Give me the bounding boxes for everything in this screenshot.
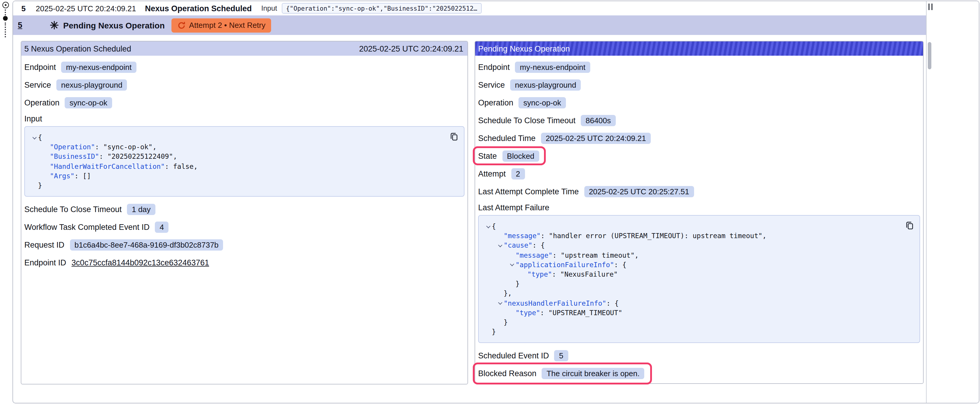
- code-text: {: [492, 222, 496, 231]
- detail-panels-area: 5 Nexus Operation Scheduled 2025-02-25 U…: [13, 35, 979, 385]
- pending-event-id-link[interactable]: 5: [18, 21, 22, 30]
- field-row-operation: Operation sync-op-ok: [478, 93, 920, 111]
- field-value-badge: 1 day: [127, 203, 156, 215]
- pending-operation-body: Endpoint my-nexus-endpoint Service nexus…: [475, 56, 923, 383]
- field-row-schedule-to-close-timeout: Schedule To Close Timeout 86400s: [478, 111, 920, 129]
- field-row-state: State Blocked: [478, 147, 920, 165]
- endpoint-id-link[interactable]: 3c0c75ccfa8144b092c13ce632463761: [72, 258, 209, 267]
- code-line: "nexusHandlerFailureInfo": {: [484, 298, 902, 308]
- field-value-badge: 2: [511, 168, 525, 179]
- field-row-workflow-task-completed-event-id: Workflow Task Completed Event ID 4: [24, 218, 465, 236]
- collapse-chevron-icon[interactable]: [484, 222, 492, 231]
- pending-row-title: Pending Nexus Operation: [63, 21, 165, 30]
- field-label: Scheduled Event ID: [478, 351, 549, 360]
- field-value-badge: my-nexus-endpoint: [515, 61, 590, 73]
- event-detail-header: 5 Nexus Operation Scheduled 2025-02-25 U…: [21, 41, 468, 56]
- copy-button[interactable]: [904, 220, 915, 230]
- field-value-badge: b1c6a4bc-8ee7-468a-9169-df3b02c8737b: [70, 239, 223, 250]
- collapse-chevron-icon[interactable]: [507, 260, 515, 269]
- failure-section-label-row: Last Attempt Failure: [478, 200, 920, 215]
- code-text: "cause": {: [504, 241, 545, 250]
- event-row-nexus-operation-scheduled[interactable]: 5 2025-02-25 UTC 20:24:09.21 Nexus Opera…: [13, 1, 979, 16]
- field-label: Workflow Task Completed Event ID: [24, 222, 150, 231]
- field-row-scheduled-event-id: Scheduled Event ID 5: [478, 347, 920, 364]
- field-row-service: Service nexus-playground: [478, 76, 920, 93]
- event-detail-header-timestamp: 2025-02-25 UTC 20:24:09.21: [359, 44, 463, 53]
- copy-icon: [449, 132, 458, 141]
- code-line: "applicationFailureInfo": {: [484, 260, 902, 269]
- code-line: "message": "handler error (UPSTREAM_TIME…: [484, 231, 902, 241]
- code-text: }: [38, 181, 42, 190]
- code-line: }: [30, 181, 446, 190]
- chevron-spacer: [41, 171, 50, 181]
- collapse-chevron-icon[interactable]: [30, 133, 38, 142]
- chevron-spacer: [495, 317, 504, 327]
- field-label: Endpoint ID: [24, 258, 66, 267]
- code-line: "message": "upstream timeout",: [484, 250, 902, 260]
- chevron-spacer: [495, 231, 504, 241]
- failure-section-label: Last Attempt Failure: [478, 203, 549, 212]
- field-value-badge: sync-op-ok: [65, 97, 112, 108]
- field-row-last-attempt-complete-time: Last Attempt Complete Time 2025-02-25 UT…: [478, 182, 920, 200]
- refresh-icon: [177, 21, 185, 29]
- collapse-chevron-icon[interactable]: [495, 241, 504, 250]
- code-text: "type": "UPSTREAM_TIMEOUT": [515, 308, 622, 317]
- input-section-label-row: Input: [24, 111, 465, 126]
- field-value-badge: nexus-playground: [510, 79, 581, 90]
- failure-json-content: {"message": "handler error (UPSTREAM_TIM…: [484, 222, 902, 337]
- chevron-spacer: [30, 181, 38, 190]
- field-label: Scheduled Time: [478, 133, 536, 143]
- field-label: Operation: [24, 98, 60, 107]
- chevron-spacer: [507, 279, 515, 288]
- field-value-badge: sync-op-ok: [519, 97, 566, 108]
- temporal-event-history-screen: 5 2025-02-25 UTC 20:24:09.21 Nexus Opera…: [0, 0, 980, 404]
- code-text: {: [38, 133, 42, 142]
- scrollbar-thumb[interactable]: [928, 42, 931, 69]
- code-line: "Operation": "sync-op-ok",: [30, 142, 446, 152]
- copy-icon: [905, 221, 914, 230]
- pending-asterisk-icon: [49, 21, 59, 30]
- timeline-connector: [5, 10, 6, 16]
- copy-button[interactable]: [449, 131, 459, 142]
- field-label: Service: [478, 80, 505, 89]
- code-text: "nexusHandlerFailureInfo": {: [504, 298, 619, 308]
- blocked-reason-badge: The circuit breaker is open.: [542, 368, 644, 379]
- field-label: Attempt: [478, 169, 506, 178]
- timeline-node-icon: [2, 2, 9, 8]
- code-line: },: [484, 289, 902, 298]
- state-badge: Blocked: [502, 150, 539, 162]
- field-label: Schedule To Close Timeout: [24, 205, 122, 214]
- field-value-badge: 4: [155, 221, 169, 233]
- event-detail-header-title: 5 Nexus Operation Scheduled: [24, 44, 131, 53]
- drag-handle-icon: [928, 3, 932, 10]
- code-text: },: [504, 289, 512, 298]
- code-text: }: [504, 317, 508, 327]
- field-value-badge: 2025-02-25 UTC 20:25:27.51: [584, 186, 694, 197]
- code-line: {: [30, 133, 446, 142]
- collapse-chevron-icon[interactable]: [495, 298, 504, 308]
- chevron-spacer: [507, 250, 515, 260]
- code-text: "applicationFailureInfo": {: [515, 260, 627, 269]
- field-row-schedule-to-close-timeout: Schedule To Close Timeout 1 day: [24, 200, 465, 218]
- event-input-preview-chip[interactable]: {"Operation":"sync-op-ok","BusinessID":"…: [282, 3, 481, 14]
- field-row-request-id: Request ID b1c6a4bc-8ee7-468a-9169-df3b0…: [24, 236, 465, 253]
- chevron-spacer: [507, 308, 515, 317]
- code-line: }: [484, 279, 902, 288]
- chevron-spacer: [41, 152, 50, 162]
- pending-operation-header-title: Pending Nexus Operation: [478, 44, 570, 53]
- field-row-blocked-reason: Blocked Reason The circuit breaker is op…: [478, 364, 920, 382]
- field-label: State: [478, 151, 497, 160]
- field-value-badge: nexus-playground: [56, 79, 127, 90]
- event-timeline-gutter: [0, 0, 13, 404]
- chevron-spacer: [41, 142, 50, 152]
- pending-nexus-operation-row[interactable]: 5 Pending Nexus Operation Attempt 2 • Ne…: [13, 16, 979, 35]
- field-value-badge: my-nexus-endpoint: [61, 61, 137, 73]
- pending-operation-panel: Pending Nexus Operation Endpoint my-nexu…: [474, 41, 924, 384]
- pending-operation-header: Pending Nexus Operation: [475, 41, 923, 56]
- chevron-spacer: [41, 162, 50, 171]
- code-text: "message": "handler error (UPSTREAM_TIME…: [504, 231, 767, 241]
- code-line: "Args": []: [30, 171, 446, 181]
- code-line: "HandlerWaitForCancellation": false,: [30, 162, 446, 171]
- code-text: "type": "NexusFailure": [527, 269, 618, 279]
- code-line: "type": "UPSTREAM_TIMEOUT": [484, 308, 902, 317]
